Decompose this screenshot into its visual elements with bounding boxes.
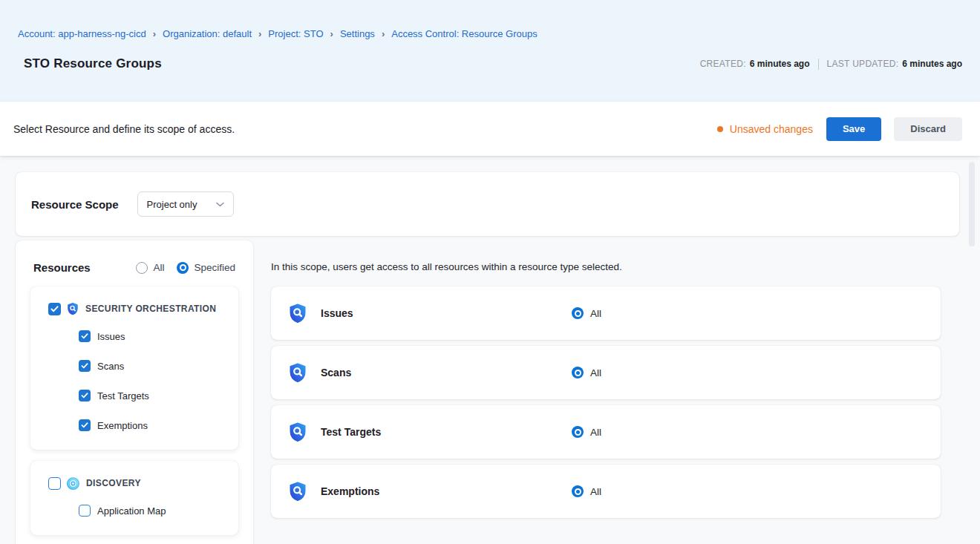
discard-button[interactable]: Discard	[894, 117, 962, 141]
breadcrumb-link-settings[interactable]: Settings	[340, 28, 375, 39]
access-label: All	[590, 308, 601, 319]
checkbox-checked[interactable]	[48, 303, 61, 315]
resource-item-application-map[interactable]: Application Map	[48, 496, 229, 525]
radio-on-icon[interactable]	[572, 485, 584, 497]
radio-all[interactable]: All	[136, 262, 164, 274]
resource-row-test-targets: Test Targets All	[271, 405, 941, 459]
access-label: All	[590, 486, 601, 497]
resource-scope-label: Resource Scope	[31, 198, 119, 211]
access-radio-all[interactable]: All	[572, 426, 601, 438]
checkbox-checked[interactable]	[79, 390, 91, 402]
chevron-right-icon: ›	[153, 29, 156, 39]
resource-scope-select[interactable]: Project only	[137, 191, 234, 217]
created-value: 6 minutes ago	[750, 59, 810, 69]
radio-on-icon[interactable]	[572, 426, 584, 438]
resource-row-scans: Scans All	[271, 346, 941, 399]
radio-all-label: All	[153, 262, 164, 273]
radio-on-icon[interactable]	[572, 367, 584, 378]
resource-group-security-orchestration: SECURITY ORCHESTRATION Issues Scans	[30, 286, 238, 450]
page-title: STO Resource Groups	[24, 56, 162, 71]
resource-item-scans[interactable]: Scans	[48, 351, 229, 381]
resource-scope-card: Resource Scope Project only	[16, 172, 959, 236]
resource-row-issues: Issues All	[271, 286, 941, 340]
radio-on-icon[interactable]	[572, 307, 584, 319]
chevron-right-icon: ›	[330, 29, 333, 39]
access-radio-all[interactable]: All	[572, 307, 601, 319]
radio-specified-label: Specified	[194, 262, 235, 273]
unsaved-dot-icon	[717, 126, 723, 132]
resources-panel: Resources All Specified	[16, 240, 253, 544]
sto-shield-icon	[287, 303, 308, 324]
sto-shield-icon	[287, 422, 308, 442]
page-header: Account: app-harness-ng-cicd › Organizat…	[0, 0, 980, 102]
resources-filter-radios: All Specified	[136, 262, 235, 274]
group-header-row[interactable]: DISCOVERY	[48, 473, 229, 493]
sto-shield-icon	[287, 481, 308, 502]
group-label: DISCOVERY	[86, 478, 141, 488]
chevron-down-icon	[216, 202, 224, 207]
checkbox-unchecked[interactable]	[48, 477, 61, 490]
check-icon	[81, 333, 88, 339]
checkbox-checked[interactable]	[79, 330, 91, 342]
divider	[818, 59, 819, 70]
resource-item-issues[interactable]: Issues	[48, 321, 229, 351]
scrollbar-thumb[interactable]	[969, 162, 975, 246]
row-label: Exemptions	[321, 485, 572, 497]
resources-title: Resources	[33, 261, 91, 274]
resource-item-exemptions[interactable]: Exemptions	[48, 410, 229, 440]
last-updated-label: LAST UPDATED:	[827, 59, 899, 69]
main-content: Resource Scope Project only Resources Al…	[0, 156, 980, 544]
sto-shield-icon	[287, 362, 308, 383]
access-label: All	[590, 367, 601, 378]
row-label: Scans	[321, 367, 572, 378]
checkbox-checked[interactable]	[79, 419, 91, 431]
radio-on-icon[interactable]	[177, 262, 189, 274]
resource-scope-value: Project only	[147, 199, 216, 210]
save-button[interactable]: Save	[826, 117, 881, 141]
check-icon	[50, 306, 59, 312]
discovery-icon	[66, 476, 80, 491]
access-radio-all[interactable]: All	[572, 485, 601, 497]
item-label: Test Targets	[97, 390, 149, 402]
resource-group-discovery: DISCOVERY Application Map	[30, 461, 238, 535]
radio-off-icon[interactable]	[136, 262, 148, 274]
scope-helper-text: In this scope, users get access to all r…	[271, 261, 941, 272]
toolbar-description: Select Resource and define its scope of …	[13, 123, 235, 135]
item-label: Issues	[97, 331, 125, 342]
breadcrumb-link-access-control[interactable]: Access Control: Resource Groups	[391, 28, 538, 39]
last-updated-value: 6 minutes ago	[902, 59, 962, 69]
breadcrumb-link-account[interactable]: Account: app-harness-ng-cicd	[18, 28, 146, 39]
check-icon	[81, 422, 88, 428]
row-label: Test Targets	[321, 426, 572, 438]
item-label: Application Map	[97, 505, 166, 517]
breadcrumb-link-organization[interactable]: Organization: default	[163, 28, 252, 39]
item-label: Scans	[97, 361, 124, 372]
group-header-row[interactable]: SECURITY ORCHESTRATION	[48, 299, 229, 318]
breadcrumb-link-project[interactable]: Project: STO	[268, 28, 323, 39]
checkbox-unchecked[interactable]	[79, 505, 91, 517]
created-label: CREATED:	[700, 59, 746, 69]
chevron-right-icon: ›	[382, 29, 385, 39]
access-label: All	[590, 427, 601, 438]
access-radio-all[interactable]: All	[572, 367, 601, 378]
check-icon	[81, 363, 88, 369]
sto-shield-icon	[66, 302, 79, 315]
check-icon	[81, 393, 88, 399]
breadcrumb: Account: app-harness-ng-cicd › Organizat…	[0, 0, 980, 39]
chevron-right-icon: ›	[258, 29, 261, 39]
action-toolbar: Select Resource and define its scope of …	[0, 102, 980, 156]
unsaved-changes-label: Unsaved changes	[730, 123, 813, 135]
item-label: Exemptions	[97, 420, 148, 431]
row-label: Issues	[321, 307, 572, 319]
checkbox-checked[interactable]	[79, 360, 91, 372]
unsaved-changes-badge: Unsaved changes	[717, 123, 813, 135]
resource-item-test-targets[interactable]: Test Targets	[48, 381, 229, 410]
radio-specified[interactable]: Specified	[177, 262, 235, 274]
group-label: SECURITY ORCHESTRATION	[85, 304, 216, 314]
resource-row-exemptions: Exemptions All	[271, 465, 941, 518]
scope-rows-area: In this scope, users get access to all r…	[271, 240, 941, 524]
timestamps: CREATED: 6 minutes ago LAST UPDATED: 6 m…	[700, 59, 962, 70]
